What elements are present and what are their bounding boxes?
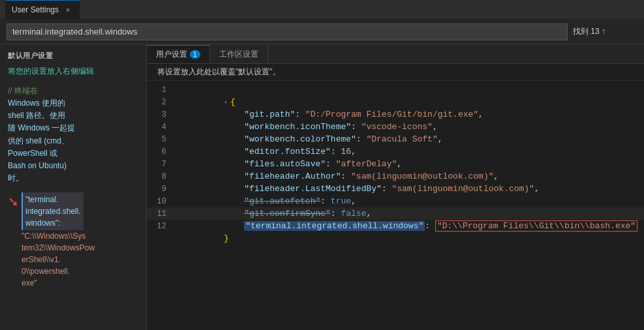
desc2: shell 路径。使用 — [8, 111, 65, 120]
val-line1: "C:\\Windows\\Sys — [22, 232, 85, 241]
table-row: 3 "workbench.iconTheme": "vscode-icons", — [147, 108, 644, 121]
arrow-icon: ➘ — [8, 194, 19, 209]
line-num: 5 — [147, 134, 173, 146]
title-bar: User Settings × — [0, 0, 644, 20]
highlighted-setting-block: "terminal. integrated.shell. windows": "… — [22, 190, 95, 289]
tip-bar: 将设置放入此处以覆盖"默认设置"。 — [147, 64, 644, 81]
key-line1: "terminal. — [25, 195, 58, 204]
val-line2: tem32\\WindowsPow — [22, 243, 95, 252]
table-row: 1 ▾{ — [147, 83, 644, 96]
tab-user-label: 用户设置 — [156, 49, 187, 60]
val-line3: erShell\\v1. — [22, 255, 61, 264]
line-num: 7 — [147, 158, 173, 171]
search-count: 找到 13 ↑ — [573, 26, 606, 37]
arrow-container: ➘ "terminal. integrated.shell. windows":… — [8, 190, 138, 289]
line-content: } — [173, 220, 637, 257]
panel-subtitle: 将您的设置放入右侧编辑 — [8, 66, 138, 77]
line-num: 4 — [147, 121, 173, 134]
panel-title: 默认用户设置 — [8, 51, 138, 61]
table-row: 11 "terminal.integrated.shell.windows": … — [147, 207, 644, 220]
table-row: 6 "files.autoSave": "afterDelay", — [147, 145, 644, 158]
description-block: // 终端在 Windows 使用的 shell 路径。使用 随 Windows… — [8, 85, 138, 185]
line-num: 12 — [147, 220, 173, 233]
val-line5: exe" — [22, 278, 37, 288]
desc5: PowerShell 或 — [8, 149, 57, 158]
line-num: 11 — [147, 208, 173, 220]
tab-user[interactable]: 用户设置 1 — [147, 45, 210, 63]
tip-text: 将设置放入此处以覆盖"默认设置"。 — [157, 67, 281, 76]
setting-key-highlighted: "terminal. integrated.shell. windows": — [22, 192, 84, 230]
key-line2: integrated.shell. — [25, 207, 81, 216]
table-row: 2 "git.path": "D:/Program Files/Git/bin/… — [147, 96, 644, 108]
line-num: 6 — [147, 146, 173, 158]
line-num: 9 — [147, 183, 173, 196]
table-row: 5 "editor.fontSize": 16, — [147, 133, 644, 145]
tab-workspace[interactable]: 工作区设置 — [210, 45, 268, 63]
line-num: 10 — [147, 196, 173, 208]
desc3: 随 Windows 一起提 — [8, 123, 75, 132]
line-num: 8 — [147, 171, 173, 183]
code-area: 1 ▾{ 2 "git.path": "D:/Program Files/Git… — [147, 81, 644, 235]
desc7: 时。 — [8, 173, 23, 183]
tab-workspace-label: 工作区设置 — [219, 49, 258, 60]
tab-label: User Settings — [12, 5, 59, 14]
desc4: 供的 shell (cmd、 — [8, 136, 69, 145]
key-line3: windows": — [25, 218, 61, 228]
tab-close-button[interactable]: × — [63, 5, 73, 15]
right-panel: 用户设置 1 工作区设置 将设置放入此处以覆盖"默认设置"。 1 ▾{ 2 — [147, 44, 644, 330]
left-panel: 默认用户设置 将您的设置放入右侧编辑 // 终端在 Windows 使用的 sh… — [0, 44, 147, 330]
line-num: 1 — [147, 84, 173, 97]
setting-value-block: "C:\\Windows\\Sys tem32\\WindowsPow erSh… — [22, 230, 95, 289]
val-line4: 0\\powershell. — [22, 267, 70, 276]
comment-line: // 终端在 — [8, 86, 38, 95]
table-row: 9 "git.autofetch": true, — [147, 183, 644, 195]
table-row: 4 "workbench.colorTheme": "Dracula Soft"… — [147, 121, 644, 133]
desc6: Bash on Ubuntu) — [8, 161, 67, 170]
table-row: 7 "fileheader.Author": "sam(linguomin@ou… — [147, 158, 644, 170]
tab-user-settings[interactable]: User Settings × — [5, 0, 80, 20]
desc1: Windows 使用的 — [8, 98, 65, 108]
line-num: 3 — [147, 109, 173, 121]
line-num: 2 — [147, 97, 173, 109]
search-bar: 找到 13 ↑ — [0, 20, 644, 44]
table-row: 12 } — [147, 220, 644, 232]
search-input[interactable] — [7, 23, 568, 40]
tab-user-badge: 1 — [190, 50, 200, 59]
main-layout: 默认用户设置 将您的设置放入右侧编辑 // 终端在 Windows 使用的 sh… — [0, 44, 644, 330]
table-row: 8 "fileheader.LastModifiedBy": "sam(ling… — [147, 170, 644, 183]
editor-tabs: 用户设置 1 工作区设置 — [147, 44, 644, 64]
table-row: 10 "git.confirmSync": false, — [147, 195, 644, 207]
